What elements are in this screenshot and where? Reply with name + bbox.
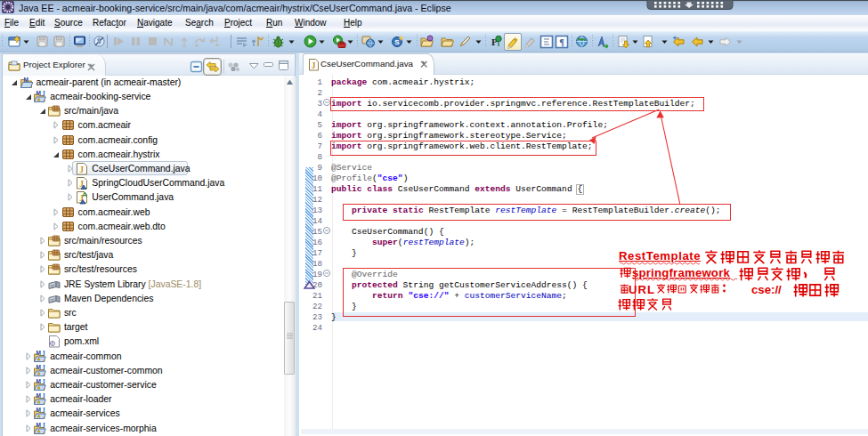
svg-text:J: J (42, 364, 45, 372)
svg-text:M: M (51, 341, 55, 346)
svg-text:M: M (37, 364, 41, 370)
svg-text:J: J (42, 350, 45, 358)
svg-text:S: S (394, 38, 400, 46)
svg-text:J: J (42, 378, 45, 386)
svg-text:M: M (37, 350, 41, 356)
svg-text:¶: ¶ (559, 37, 564, 47)
svg-text:J: J (42, 422, 45, 430)
svg-text:M: M (37, 90, 41, 96)
svg-text:J: J (42, 392, 45, 400)
svg-text:M: M (37, 392, 41, 399)
svg-text:J: J (42, 90, 45, 98)
svg-text:M: M (37, 422, 41, 428)
svg-text:J: J (79, 166, 84, 174)
svg-text:M: M (37, 407, 41, 413)
svg-text:M: M (23, 76, 28, 82)
svg-text:J: J (42, 407, 45, 415)
svg-text:A: A (83, 191, 87, 198)
svg-text:M: M (37, 378, 41, 384)
